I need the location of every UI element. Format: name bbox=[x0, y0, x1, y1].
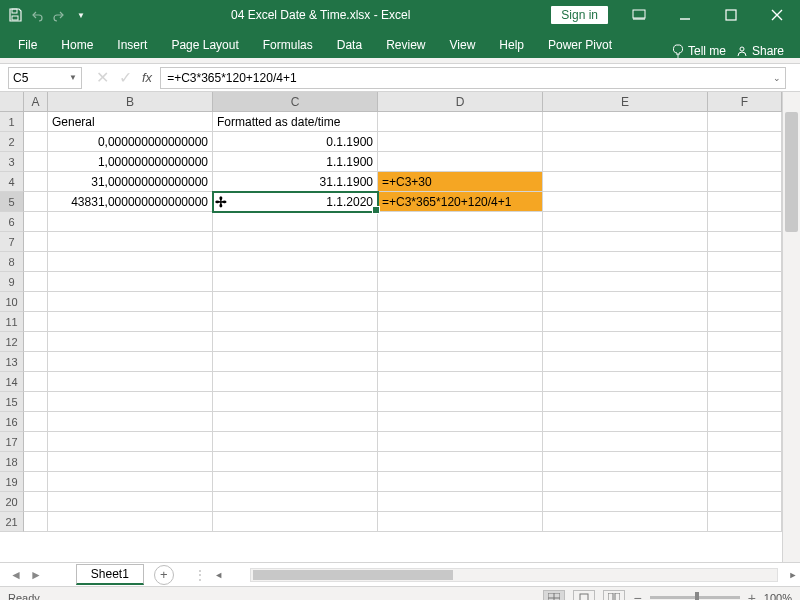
cell-C14[interactable] bbox=[213, 372, 378, 392]
cell-A3[interactable] bbox=[24, 152, 48, 172]
cell-C15[interactable] bbox=[213, 392, 378, 412]
cell-C18[interactable] bbox=[213, 452, 378, 472]
cell-A1[interactable] bbox=[24, 112, 48, 132]
cell-D13[interactable] bbox=[378, 352, 543, 372]
horizontal-scrollbar[interactable] bbox=[250, 568, 778, 582]
cell-B17[interactable] bbox=[48, 432, 213, 452]
cell-A12[interactable] bbox=[24, 332, 48, 352]
row-header-9[interactable]: 9 bbox=[0, 272, 24, 292]
cell-E14[interactable] bbox=[543, 372, 708, 392]
cell-E6[interactable] bbox=[543, 212, 708, 232]
cell-A19[interactable] bbox=[24, 472, 48, 492]
page-break-view-button[interactable] bbox=[603, 590, 625, 601]
cell-C5[interactable]: ✢1.1.2020 bbox=[213, 192, 378, 212]
column-header-B[interactable]: B bbox=[48, 92, 213, 111]
expand-formula-bar-icon[interactable]: ⌄ bbox=[768, 67, 786, 89]
row-header-1[interactable]: 1 bbox=[0, 112, 24, 132]
cell-E1[interactable] bbox=[543, 112, 708, 132]
column-header-C[interactable]: C bbox=[213, 92, 378, 111]
cell-D9[interactable] bbox=[378, 272, 543, 292]
row-header-20[interactable]: 20 bbox=[0, 492, 24, 512]
cell-D17[interactable] bbox=[378, 432, 543, 452]
close-icon[interactable] bbox=[754, 0, 800, 30]
cell-B6[interactable] bbox=[48, 212, 213, 232]
cell-D12[interactable] bbox=[378, 332, 543, 352]
undo-icon[interactable] bbox=[28, 6, 46, 24]
cell-E10[interactable] bbox=[543, 292, 708, 312]
column-header-E[interactable]: E bbox=[543, 92, 708, 111]
cell-A2[interactable] bbox=[24, 132, 48, 152]
tab-view[interactable]: View bbox=[438, 32, 488, 58]
redo-icon[interactable] bbox=[50, 6, 68, 24]
cell-B3[interactable]: 1,000000000000000 bbox=[48, 152, 213, 172]
cell-C10[interactable] bbox=[213, 292, 378, 312]
sheet-tab[interactable]: Sheet1 bbox=[76, 564, 144, 585]
zoom-slider[interactable] bbox=[650, 596, 740, 599]
cell-F4[interactable] bbox=[708, 172, 782, 192]
cell-A10[interactable] bbox=[24, 292, 48, 312]
cell-D3[interactable] bbox=[378, 152, 543, 172]
cell-B18[interactable] bbox=[48, 452, 213, 472]
cell-E21[interactable] bbox=[543, 512, 708, 532]
column-header-D[interactable]: D bbox=[378, 92, 543, 111]
cell-F13[interactable] bbox=[708, 352, 782, 372]
row-header-6[interactable]: 6 bbox=[0, 212, 24, 232]
cell-D6[interactable] bbox=[378, 212, 543, 232]
cell-A4[interactable] bbox=[24, 172, 48, 192]
cell-C3[interactable]: 1.1.1900 bbox=[213, 152, 378, 172]
row-header-3[interactable]: 3 bbox=[0, 152, 24, 172]
minimize-icon[interactable] bbox=[662, 0, 708, 30]
cell-B11[interactable] bbox=[48, 312, 213, 332]
cell-E20[interactable] bbox=[543, 492, 708, 512]
hscroll-right-icon[interactable]: ► bbox=[786, 570, 800, 580]
cell-D8[interactable] bbox=[378, 252, 543, 272]
cell-B4[interactable]: 31,000000000000000 bbox=[48, 172, 213, 192]
cell-C21[interactable] bbox=[213, 512, 378, 532]
sheet-nav-prev-icon[interactable]: ◄ bbox=[10, 568, 22, 582]
formula-input[interactable]: =+C3*365*120+120/4+1 bbox=[160, 67, 768, 89]
cell-F16[interactable] bbox=[708, 412, 782, 432]
cell-B16[interactable] bbox=[48, 412, 213, 432]
cell-B2[interactable]: 0,000000000000000 bbox=[48, 132, 213, 152]
cell-A16[interactable] bbox=[24, 412, 48, 432]
cell-F20[interactable] bbox=[708, 492, 782, 512]
cell-F14[interactable] bbox=[708, 372, 782, 392]
tab-insert[interactable]: Insert bbox=[105, 32, 159, 58]
cell-F21[interactable] bbox=[708, 512, 782, 532]
row-header-21[interactable]: 21 bbox=[0, 512, 24, 532]
row-header-4[interactable]: 4 bbox=[0, 172, 24, 192]
cell-C17[interactable] bbox=[213, 432, 378, 452]
cell-B15[interactable] bbox=[48, 392, 213, 412]
cell-B8[interactable] bbox=[48, 252, 213, 272]
cell-A18[interactable] bbox=[24, 452, 48, 472]
cell-C13[interactable] bbox=[213, 352, 378, 372]
cell-A9[interactable] bbox=[24, 272, 48, 292]
cell-B7[interactable] bbox=[48, 232, 213, 252]
cell-F10[interactable] bbox=[708, 292, 782, 312]
cell-E4[interactable] bbox=[543, 172, 708, 192]
cell-E5[interactable] bbox=[543, 192, 708, 212]
vertical-scroll-thumb[interactable] bbox=[785, 112, 798, 232]
cell-C19[interactable] bbox=[213, 472, 378, 492]
tell-me-button[interactable]: Tell me bbox=[672, 44, 726, 58]
cell-A21[interactable] bbox=[24, 512, 48, 532]
worksheet-grid[interactable]: ABCDEF1GeneralFormatted as date/time20,0… bbox=[0, 92, 782, 562]
cell-B14[interactable] bbox=[48, 372, 213, 392]
cell-E18[interactable] bbox=[543, 452, 708, 472]
column-header-A[interactable]: A bbox=[24, 92, 48, 111]
cell-C20[interactable] bbox=[213, 492, 378, 512]
cell-A14[interactable] bbox=[24, 372, 48, 392]
cell-C7[interactable] bbox=[213, 232, 378, 252]
sign-in-button[interactable]: Sign in bbox=[551, 6, 608, 24]
cell-F5[interactable] bbox=[708, 192, 782, 212]
row-header-19[interactable]: 19 bbox=[0, 472, 24, 492]
maximize-icon[interactable] bbox=[708, 0, 754, 30]
row-header-16[interactable]: 16 bbox=[0, 412, 24, 432]
tab-review[interactable]: Review bbox=[374, 32, 437, 58]
row-header-17[interactable]: 17 bbox=[0, 432, 24, 452]
hscroll-left-icon[interactable]: ◄ bbox=[212, 570, 226, 580]
cell-B1[interactable]: General bbox=[48, 112, 213, 132]
row-header-18[interactable]: 18 bbox=[0, 452, 24, 472]
cell-E9[interactable] bbox=[543, 272, 708, 292]
cell-C11[interactable] bbox=[213, 312, 378, 332]
